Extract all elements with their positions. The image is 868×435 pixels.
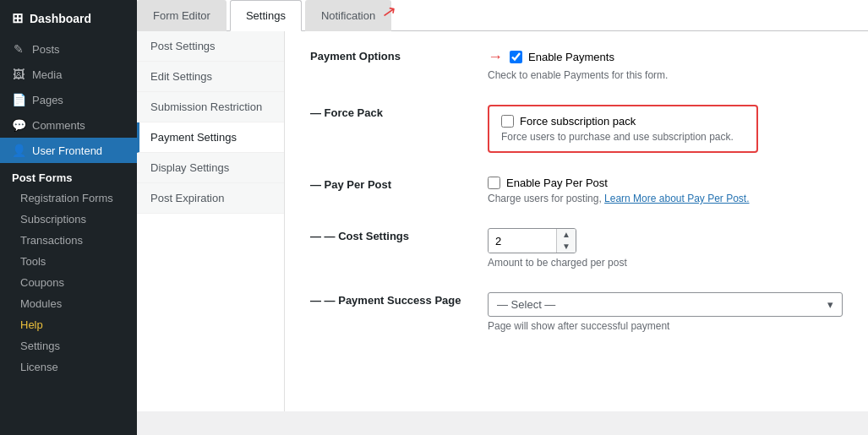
enable-payments-wrapper: → Enable Payments [488,48,843,66]
payment-success-select[interactable]: — Select — ▾ [488,292,843,317]
sidebar-item-modules[interactable]: Modules [0,293,137,314]
force-pack-row: — Force Pack Force subscription pack For… [310,105,843,153]
payment-options-label: Payment Options [310,48,488,63]
pages-icon: 📄 [12,93,25,106]
tab-form-editor[interactable]: Form Editor [137,0,227,31]
sub-menu-edit-settings[interactable]: Edit Settings [137,62,284,92]
sidebar-item-transactions[interactable]: Transactions [0,230,137,251]
posts-icon: ✎ [12,42,25,56]
pay-per-post-row: — Pay Per Post Enable Pay Per Post Charg… [310,177,843,204]
payment-success-page-row: — — Payment Success Page — Select — ▾ Pa… [310,292,843,332]
force-pack-description: Force users to purchase and use subscrip… [501,131,745,143]
sub-menu-submission-restriction[interactable]: Submission Restriction [137,92,284,122]
sidebar-item-posts[interactable]: ✎ Posts [0,36,137,62]
tabs-bar: Form Editor Settings Notification ↗ [137,0,868,31]
sidebar-item-help[interactable]: Help [0,314,137,335]
force-pack-highlighted-box: Force subscription pack Force users to p… [488,105,758,153]
number-spinners: ▲ ▼ [556,229,576,253]
tab-notification[interactable]: Notification [305,0,391,31]
user-frontend-icon: 👤 [12,144,25,157]
main-content: Form Editor Settings Notification ↗ Post… [137,0,868,435]
cost-settings-control: ▲ ▼ Amount to be charged per post [488,228,843,269]
sidebar-item-tools[interactable]: Tools [0,251,137,272]
pay-per-post-checkbox-label[interactable]: Enable Pay Per Post [488,177,843,189]
pay-per-post-checkbox[interactable] [488,177,500,189]
sidebar-item-coupons[interactable]: Coupons [0,272,137,293]
sidebar-item-label: Media [32,68,62,81]
comments-icon: 💬 [12,118,25,132]
sub-menu-post-expiration[interactable]: Post Expiration [137,183,284,214]
enable-payments-description: Check to enable Payments for this form. [488,69,843,81]
force-pack-checkbox-label[interactable]: Force subscription pack [501,115,745,128]
sidebar-item-label: Posts [32,43,60,56]
sidebar-item-license[interactable]: License [0,356,137,378]
payment-success-control: — Select — ▾ Page will show after succes… [488,292,843,332]
enable-payments-checkbox-label[interactable]: Enable Payments [510,51,614,63]
enable-payments-checkbox[interactable] [510,51,522,63]
red-arrow-icon: → [488,48,503,66]
sidebar-item-settings[interactable]: Settings [0,335,137,356]
dashboard-icon: ⊞ [12,10,23,26]
pay-per-post-control: Enable Pay Per Post Charge users for pos… [488,177,843,204]
pay-per-post-text: Enable Pay Per Post [506,177,608,189]
cost-input[interactable] [489,230,556,253]
select-label: — Select — [497,298,555,311]
enable-payments-text: Enable Payments [528,51,614,63]
sidebar: ⊞ Dashboard ✎ Posts 🖼 Media 📄 Pages 💬 Co… [0,0,137,435]
force-pack-text: Force subscription pack [520,115,636,128]
cost-settings-label: — — Cost Settings [310,228,488,242]
media-icon: 🖼 [12,68,25,81]
sidebar-item-registration-forms[interactable]: Registration Forms [0,188,137,209]
spinner-up[interactable]: ▲ [557,229,576,241]
sub-menu-post-settings[interactable]: Post Settings [137,31,284,62]
payment-options-control: → Enable Payments Check to enable Paymen… [488,48,843,81]
payment-options-row: Payment Options → Enable Payments Check … [310,48,843,81]
sidebar-item-media[interactable]: 🖼 Media [0,62,137,87]
sidebar-item-label: User Frontend [32,144,102,157]
force-pack-label: — Force Pack [310,105,488,119]
pay-per-post-label: — Pay Per Post [310,177,488,191]
sidebar-item-pages[interactable]: 📄 Pages [0,87,137,112]
sidebar-item-subscriptions[interactable]: Subscriptions [0,209,137,230]
sub-menu-display-settings[interactable]: Display Settings [137,153,284,183]
cost-description: Amount to be charged per post [488,257,843,269]
force-pack-control: Force subscription pack Force users to p… [488,105,843,153]
pay-per-post-description: Charge users for posting, Learn More abo… [488,193,843,204]
sidebar-item-user-frontend[interactable]: 👤 User Frontend [0,138,137,163]
tab-settings[interactable]: Settings [230,0,302,31]
force-pack-checkbox[interactable] [501,115,514,128]
dashboard-label: Dashboard [30,12,91,25]
sidebar-item-label: Pages [32,94,63,106]
sub-menu: Post Settings Edit Settings Submission R… [137,31,285,411]
settings-panel: Payment Options → Enable Payments Check … [285,31,868,411]
chevron-down-icon: ▾ [827,298,833,311]
pay-per-post-link[interactable]: Learn More about Pay Per Post. [604,193,749,204]
content-area: Post Settings Edit Settings Submission R… [137,31,868,411]
sidebar-item-comments[interactable]: 💬 Comments [0,112,137,138]
cost-input-wrapper: ▲ ▼ [488,228,576,253]
payment-success-description: Page will show after successful payment [488,320,843,332]
spinner-down[interactable]: ▼ [557,241,576,253]
sidebar-item-label: Comments [32,119,85,132]
dashboard-link[interactable]: ⊞ Dashboard [0,0,137,36]
sub-menu-payment-settings[interactable]: Payment Settings [137,122,284,153]
post-forms-section-title: Post Forms [0,163,137,188]
cost-settings-row: — — Cost Settings ▲ ▼ Amount to be charg… [310,228,843,269]
payment-success-label: — — Payment Success Page [310,292,488,307]
